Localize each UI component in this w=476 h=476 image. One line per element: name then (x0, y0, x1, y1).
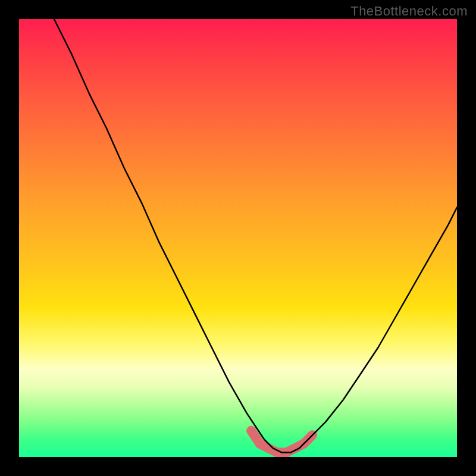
curve-main-line (54, 19, 457, 453)
chart-frame: TheBottleneck.com (0, 0, 476, 476)
curve-overlay (19, 19, 457, 457)
watermark-label: TheBottleneck.com (350, 4, 468, 19)
plot-area (19, 19, 457, 457)
